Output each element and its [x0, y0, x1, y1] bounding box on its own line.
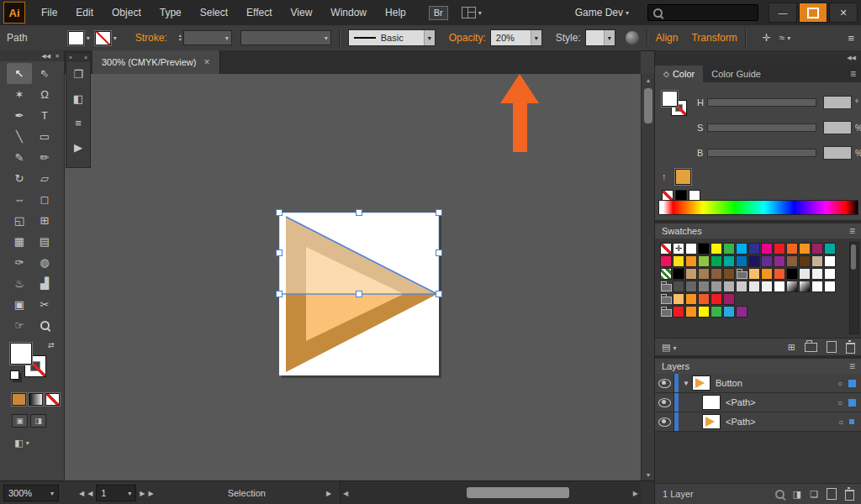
out-of-gamut-icon[interactable]: ↑ — [662, 171, 667, 181]
restore-button[interactable] — [799, 3, 827, 23]
swatch-gradient[interactable] — [799, 281, 811, 292]
color-spectrum-bar[interactable] — [658, 200, 858, 215]
menu-help[interactable]: Help — [376, 0, 415, 25]
target-icon[interactable]: ○ — [837, 379, 843, 388]
shape-builder-tool[interactable]: ◱ — [7, 210, 32, 231]
stroke-panel-icon[interactable]: ≡ — [66, 111, 90, 135]
scroll-left-icon[interactable]: ◀ — [343, 490, 348, 497]
selection-handle[interactable] — [357, 210, 362, 216]
selection-handle[interactable] — [436, 291, 442, 297]
swatch-color[interactable] — [774, 243, 785, 255]
swatch-color[interactable] — [761, 281, 773, 292]
swatch-color[interactable] — [824, 268, 836, 280]
swatch-color[interactable] — [824, 281, 836, 292]
draw-behind-button[interactable]: ◨ — [30, 414, 46, 428]
color-button[interactable] — [12, 393, 26, 406]
screen-mode-button[interactable]: ◧▾ — [12, 436, 32, 449]
gradient-panel-icon[interactable]: ◧ — [66, 87, 90, 111]
swatch-color[interactable] — [698, 306, 710, 318]
swatch-color[interactable] — [799, 243, 811, 255]
swatches-scroll-thumb[interactable] — [851, 244, 856, 270]
swatch-folder[interactable] — [660, 306, 672, 318]
visibility-toggle[interactable] — [655, 412, 674, 431]
swatch-color[interactable] — [748, 243, 760, 255]
selection-handle[interactable] — [277, 291, 283, 297]
swatch-color[interactable] — [786, 243, 798, 255]
swatch-color[interactable] — [698, 243, 710, 255]
swatch-color[interactable] — [673, 293, 684, 305]
swatch-none[interactable] — [660, 243, 672, 255]
swatch-color[interactable] — [698, 293, 710, 305]
none-button[interactable] — [45, 393, 60, 406]
swatch-color[interactable] — [811, 243, 823, 255]
selection-chip[interactable] — [849, 419, 854, 424]
scroll-down-icon[interactable]: ▼ — [642, 469, 655, 480]
swatch-color[interactable] — [685, 243, 697, 255]
perspective-grid-tool[interactable]: ⊞ — [32, 210, 57, 231]
graphic-style-dropdown[interactable]: ▾ — [585, 29, 615, 46]
swatch-folder[interactable] — [736, 268, 747, 280]
swatch-color[interactable] — [710, 255, 722, 267]
swatch-color[interactable] — [698, 255, 710, 267]
visibility-toggle[interactable] — [655, 374, 674, 392]
stroke-color-dropdown[interactable]: ▾ — [95, 31, 117, 45]
layers-panel-header[interactable]: Layers ≡ — [655, 359, 861, 374]
minimize-button[interactable]: — — [769, 3, 797, 23]
h-slider[interactable] — [707, 98, 816, 107]
panel-menu-icon[interactable]: ≡ — [849, 225, 855, 237]
collapse-icon[interactable]: ◀◀ — [41, 53, 50, 60]
menu-window[interactable]: Window — [321, 0, 376, 25]
status-popup-icon[interactable]: ▶ — [326, 490, 331, 497]
menu-effect[interactable]: Effect — [237, 0, 281, 25]
swatch-color[interactable] — [685, 268, 697, 280]
stroke-panel-link[interactable]: Stroke: — [135, 32, 167, 44]
b-value-field[interactable] — [823, 146, 852, 160]
swatch-color[interactable] — [736, 281, 747, 292]
width-tool[interactable]: ⇔ — [7, 189, 32, 210]
selection-handle[interactable] — [357, 291, 362, 297]
swatch-color[interactable] — [761, 268, 773, 280]
app-logo[interactable]: Ai — [3, 2, 25, 24]
make-clipping-mask-icon[interactable]: ◨ — [793, 489, 801, 500]
swatch-color[interactable] — [736, 243, 747, 255]
search-input[interactable] — [647, 4, 758, 21]
new-color-group-icon[interactable] — [805, 343, 817, 352]
panel-menu-icon[interactable]: ≡ — [849, 360, 855, 372]
artboards-panel-icon[interactable]: ❐ — [66, 62, 90, 87]
rotate-tool[interactable]: ↻ — [7, 168, 32, 189]
horizontal-scroll-thumb[interactable] — [467, 487, 569, 498]
swatch-color[interactable] — [710, 268, 722, 280]
lasso-tool[interactable]: Ω — [32, 84, 57, 105]
swatch-color[interactable] — [685, 255, 697, 267]
swatch-color[interactable] — [824, 243, 836, 255]
swatch-color[interactable] — [824, 255, 836, 267]
draw-normal-button[interactable]: ▣ — [12, 414, 28, 428]
swatch-color[interactable] — [786, 268, 798, 280]
swatch-gradient[interactable] — [786, 281, 798, 292]
close-button[interactable]: ✕ — [829, 3, 858, 23]
delete-swatch-icon[interactable] — [846, 343, 855, 354]
visibility-toggle[interactable] — [655, 393, 674, 412]
column-graph-tool[interactable]: ▟ — [32, 273, 57, 294]
swatch-registration[interactable]: ✛ — [673, 243, 684, 255]
pen-tool[interactable]: ✒ — [7, 105, 32, 126]
fill-proxy[interactable] — [662, 91, 678, 107]
swatch-color[interactable] — [710, 281, 722, 292]
swatch-color[interactable] — [811, 281, 823, 292]
swatch-color[interactable] — [774, 268, 785, 280]
swatch-color[interactable] — [723, 255, 735, 267]
last-artboard-button[interactable]: ▶ — [148, 490, 153, 497]
swatch-color[interactable] — [660, 255, 672, 267]
swatch-color[interactable] — [673, 306, 684, 318]
opacity-panel-link[interactable]: Opacity: — [449, 32, 486, 44]
swatch-color[interactable] — [774, 281, 785, 292]
show-swatch-kinds-icon[interactable]: ⊞ — [788, 342, 795, 353]
swatch-color[interactable] — [710, 306, 722, 318]
swatch-color[interactable] — [723, 268, 735, 280]
swatch-color[interactable] — [685, 306, 697, 318]
close-icon[interactable]: × — [203, 56, 209, 68]
swatch-color[interactable] — [736, 306, 747, 318]
recolor-artwork-button[interactable] — [626, 31, 639, 45]
selection-handle[interactable] — [436, 210, 442, 216]
horizontal-scrollbar[interactable]: ◀ ▶ — [340, 481, 641, 504]
